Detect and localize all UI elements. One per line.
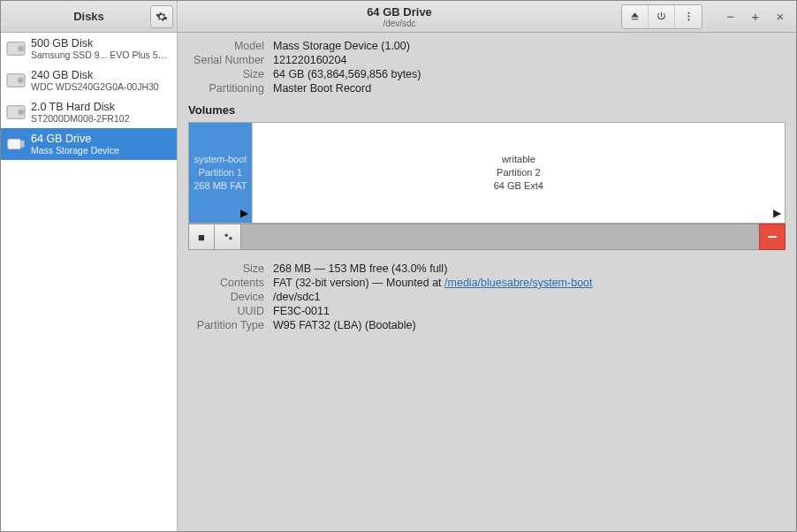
minus-icon: − [727, 9, 735, 24]
partition[interactable]: system-boot Partition 1 268 MB FAT ▶ [189, 123, 252, 223]
svg-rect-13 [21, 141, 25, 147]
svg-point-8 [20, 80, 22, 81]
partition-name: writable [502, 153, 535, 166]
label-serial: Serial Number [188, 54, 264, 66]
drive-sub: ST2000DM008-2FR102 [31, 113, 129, 124]
drive-title: 240 GB Disk [31, 69, 159, 81]
drive-text: 64 GB Drive Mass Storage Device [31, 133, 119, 156]
sidebar-item-drive[interactable]: 2.0 TB Hard Disk ST2000DM008-2FR102 [1, 96, 177, 128]
label-partitioning: Partitioning [188, 82, 264, 95]
value-partitioning: Master Boot Record [273, 82, 786, 95]
gear-icon [156, 11, 168, 23]
app-title: Disks [73, 10, 104, 23]
eject-icon [629, 11, 641, 22]
current-drive-title: 64 GB Drive [367, 5, 432, 19]
drive-info: Model Mass Storage Device (1.00) Serial … [188, 40, 786, 95]
titlebar-right: − + × [621, 1, 796, 32]
value-psize: 268 MB — 153 MB free (43.0% full) [273, 262, 786, 275]
partition-settings-button[interactable] [215, 224, 241, 250]
value-contents: FAT (32-bit version) — Mounted at /media… [273, 277, 786, 289]
delete-partition-button[interactable]: − [759, 224, 786, 250]
hdd-icon [6, 71, 26, 90]
label-uuid: UUID [188, 305, 264, 317]
partition-fs: 64 GB Ext4 [494, 179, 543, 193]
app-menu-button[interactable] [150, 5, 173, 28]
drive-title: 64 GB Drive [31, 133, 119, 145]
svg-point-2 [687, 19, 689, 20]
stop-icon: ■ [198, 231, 205, 244]
drive-text: 240 GB Disk WDC WDS240G2G0A-00JH30 [31, 69, 159, 92]
titlebar-center: 64 GB Drive /dev/sdc [178, 1, 621, 32]
plus-icon: + [752, 9, 760, 24]
window-maximize-button[interactable]: + [745, 6, 766, 27]
mounted-icon: ▶ [773, 206, 781, 220]
current-drive-path: /dev/sdc [383, 19, 415, 28]
partition[interactable]: writable Partition 2 64 GB Ext4 ▶ [252, 123, 785, 223]
contents-prefix: FAT (32-bit version) — Mounted at [273, 277, 444, 289]
main: 500 GB Disk Samsung SSD 9... EVO Plus 50… [1, 33, 796, 531]
value-size: 64 GB (63,864,569,856 bytes) [273, 68, 786, 80]
partition-details: Size 268 MB — 153 MB free (43.0% full) C… [188, 262, 786, 331]
power-button[interactable] [649, 5, 675, 28]
hdd-icon [6, 39, 26, 58]
label-device: Device [188, 291, 264, 303]
sidebar-item-drive[interactable]: 240 GB Disk WDC WDS240G2G0A-00JH30 [1, 65, 177, 96]
content: Model Mass Storage Device (1.00) Serial … [178, 33, 796, 531]
gears-icon [222, 231, 234, 243]
power-icon [656, 11, 667, 22]
drive-sub: Samsung SSD 9... EVO Plus 500GB [31, 49, 171, 60]
drive-sub: WDC WDS240G2G0A-00JH30 [31, 81, 159, 92]
drive-text: 500 GB Disk Samsung SSD 9... EVO Plus 50… [31, 37, 171, 60]
svg-point-11 [20, 111, 22, 113]
sidebar: 500 GB Disk Samsung SSD 9... EVO Plus 50… [1, 33, 178, 531]
kebab-icon [683, 11, 695, 22]
value-uuid: FE3C-0011 [273, 305, 786, 317]
hdd-icon [6, 103, 26, 122]
label-contents: Contents [188, 277, 264, 289]
svg-rect-12 [8, 140, 21, 149]
drive-title: 2.0 TB Hard Disk [31, 101, 129, 113]
svg-point-5 [20, 48, 22, 49]
label-psize: Size [188, 262, 264, 275]
label-size: Size [188, 68, 264, 80]
titlebar-left: Disks [1, 1, 178, 32]
value-device: /dev/sdc1 [273, 291, 786, 303]
unmount-button[interactable]: ■ [188, 224, 215, 250]
value-model: Mass Storage Device (1.00) [273, 40, 786, 52]
window-close-button[interactable]: × [770, 6, 791, 27]
sidebar-item-drive[interactable]: 500 GB Disk Samsung SSD 9... EVO Plus 50… [1, 33, 177, 65]
svg-point-0 [687, 12, 689, 14]
volume-toolbar: ■ − [188, 224, 786, 250]
drive-text: 2.0 TB Hard Disk ST2000DM008-2FR102 [31, 101, 129, 124]
mounted-icon: ▶ [240, 206, 248, 220]
drive-more-button[interactable] [675, 5, 702, 28]
partition-number: Partition 2 [497, 166, 541, 179]
titlebar: Disks 64 GB Drive /dev/sdc − + × [1, 1, 796, 33]
value-ptype: W95 FAT32 (LBA) (Bootable) [273, 319, 786, 331]
label-ptype: Partition Type [188, 319, 264, 331]
drive-title: 500 GB Disk [31, 37, 171, 49]
partition-fs: 268 MB FAT [194, 179, 247, 193]
window-minimize-button[interactable]: − [720, 6, 741, 27]
volumes-heading: Volumes [188, 103, 786, 117]
value-serial: 121220160204 [273, 54, 786, 66]
drive-actions-group [621, 4, 702, 29]
drive-sub: Mass Storage Device [31, 145, 119, 156]
sidebar-item-drive[interactable]: 64 GB Drive Mass Storage Device [1, 128, 177, 160]
close-icon: × [777, 9, 785, 24]
eject-button[interactable] [622, 5, 649, 28]
volume-map: system-boot Partition 1 268 MB FAT ▶ wri… [188, 122, 786, 224]
partition-number: Partition 1 [199, 166, 243, 179]
label-model: Model [188, 40, 264, 52]
partition-name: system-boot [194, 153, 247, 166]
svg-point-1 [687, 15, 689, 17]
mount-path-link[interactable]: /media/bluesabre/system-boot [444, 277, 592, 289]
usb-icon [6, 134, 26, 154]
